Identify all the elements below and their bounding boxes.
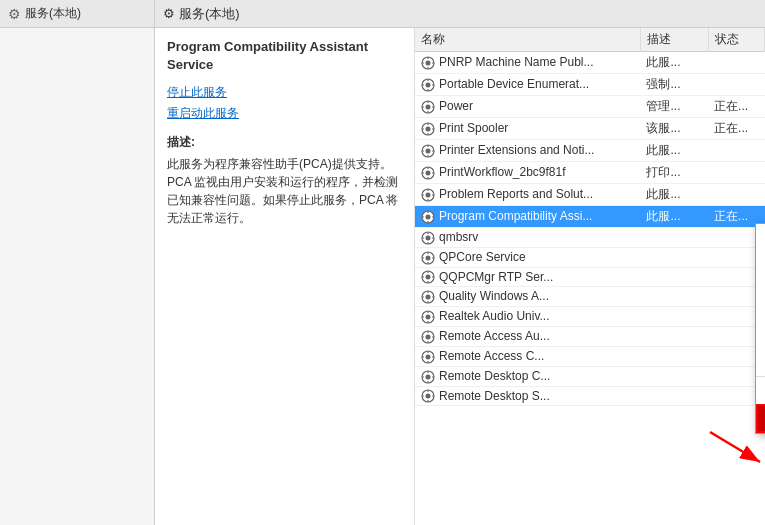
col-header-name[interactable]: 名称 (415, 28, 640, 52)
description-text: 此服务为程序兼容性助手(PCA)提供支持。PCA 监视由用户安装和运行的程序，并… (167, 155, 402, 227)
service-desc-cell (640, 247, 708, 267)
svg-point-61 (426, 275, 431, 280)
service-status-cell: 正在... (708, 96, 764, 118)
service-desc-cell: 此服... (640, 52, 708, 74)
service-row-icon (421, 100, 435, 114)
service-name-cell: Power (415, 96, 640, 118)
service-name-cell: Remote Access Au... (415, 327, 640, 347)
svg-point-31 (426, 170, 431, 175)
table-row[interactable]: QQPCMgr RTP Ser... (415, 267, 765, 287)
context-menu-separator (756, 376, 765, 377)
service-name-cell: qmbsrv (415, 228, 640, 248)
table-row[interactable]: Remote Desktop C... (415, 366, 765, 386)
service-row-icon (421, 166, 435, 180)
stop-service-link[interactable]: 停止此服务 (167, 84, 402, 101)
content-header-icon: ⚙ (163, 6, 175, 21)
service-row-icon (421, 210, 435, 224)
service-status-cell (708, 52, 764, 74)
service-desc-cell (640, 267, 708, 287)
col-header-desc[interactable]: 描述 (640, 28, 708, 52)
svg-point-79 (426, 334, 431, 339)
service-title: Program Compatibility Assistant Service (167, 38, 402, 74)
table-row[interactable]: Quality Windows A... (415, 287, 765, 307)
service-row-icon (421, 231, 435, 245)
service-name-cell: Remote Desktop C... (415, 366, 640, 386)
service-desc-cell: 管理... (640, 96, 708, 118)
service-name-cell: Remote Desktop S... (415, 386, 640, 406)
service-name-cell: Remote Access C... (415, 346, 640, 366)
table-row[interactable]: Remote Desktop S... (415, 386, 765, 406)
services-icon: ⚙ (8, 6, 21, 22)
table-row[interactable]: Power 管理... 正在... (415, 96, 765, 118)
svg-point-1 (426, 60, 431, 65)
table-row[interactable]: QPCore Service (415, 247, 765, 267)
service-name-cell: Printer Extensions and Noti... (415, 140, 640, 162)
table-row[interactable]: Remote Access C... (415, 346, 765, 366)
service-name-cell: Program Compatibility Assi... (415, 206, 640, 228)
service-name-cell: PrintWorkflow_2bc9f81f (415, 162, 640, 184)
service-row-icon (421, 270, 435, 284)
right-panel: 名称 描述 状态 (415, 28, 765, 525)
svg-point-73 (426, 315, 431, 320)
description-label: 描述: (167, 134, 402, 151)
service-status-cell (708, 74, 764, 96)
context-menu-item[interactable]: 暂停(U) (756, 274, 765, 299)
table-row[interactable]: Printer Extensions and Noti... 此服... (415, 140, 765, 162)
service-desc-cell: 此服... (640, 206, 708, 228)
service-desc-cell: 该服... (640, 118, 708, 140)
restart-service-link[interactable]: 重启动此服务 (167, 105, 402, 122)
table-row[interactable]: PrintWorkflow_2bc9f81f 打印... (415, 162, 765, 184)
table-row[interactable]: Program Compatibility Assi... 此服... 正在..… (415, 206, 765, 228)
context-menu-item[interactable]: 重新启动(E) (756, 324, 765, 349)
sidebar-title: 服务(本地) (25, 5, 81, 22)
svg-point-67 (426, 295, 431, 300)
content-body: Program Compatibility Assistant Service … (155, 28, 765, 525)
service-row-icon (421, 370, 435, 384)
context-menu-item[interactable]: 停止(O) (756, 249, 765, 274)
service-row-icon (421, 290, 435, 304)
context-menu-item[interactable]: 恢复(M) (756, 299, 765, 324)
context-menu-item[interactable]: 刷新(F) (756, 379, 765, 404)
service-desc-cell (640, 386, 708, 406)
service-status-cell (708, 140, 764, 162)
service-row-icon (421, 144, 435, 158)
col-header-status[interactable]: 状态 (708, 28, 764, 52)
table-row[interactable]: qmbsrv (415, 228, 765, 248)
context-menu-item[interactable]: 启动(S) (756, 224, 765, 249)
service-desc-cell (640, 307, 708, 327)
service-row-icon (421, 310, 435, 324)
table-row[interactable]: Realtek Audio Univ... (415, 307, 765, 327)
svg-point-97 (426, 394, 431, 399)
service-desc-cell (640, 366, 708, 386)
table-row[interactable]: Problem Reports and Solut... 此服... (415, 184, 765, 206)
svg-point-91 (426, 374, 431, 379)
context-menu-item[interactable]: 属性(R) (756, 404, 765, 433)
service-desc-cell: 此服... (640, 140, 708, 162)
sidebar-header: ⚙ 服务(本地) (0, 0, 154, 28)
service-name-cell: Print Spooler (415, 118, 640, 140)
svg-point-19 (426, 126, 431, 131)
table-row[interactable]: Remote Access Au... (415, 327, 765, 347)
service-desc-cell (640, 327, 708, 347)
service-desc-cell: 打印... (640, 162, 708, 184)
service-row-icon (421, 122, 435, 136)
service-desc-cell (640, 287, 708, 307)
service-row-icon (421, 78, 435, 92)
svg-point-7 (426, 82, 431, 87)
svg-point-55 (426, 255, 431, 260)
context-menu-item[interactable]: 所有任务(K)▶ (756, 349, 765, 374)
service-name-cell: Quality Windows A... (415, 287, 640, 307)
service-name-cell: QQPCMgr RTP Ser... (415, 267, 640, 287)
service-name-cell: Problem Reports and Solut... (415, 184, 640, 206)
svg-point-13 (426, 104, 431, 109)
service-desc-cell: 此服... (640, 184, 708, 206)
table-row[interactable]: PNRP Machine Name Publ... 此服... (415, 52, 765, 74)
table-row[interactable]: Print Spooler 该服... 正在... (415, 118, 765, 140)
table-row[interactable]: Portable Device Enumerat... 强制... (415, 74, 765, 96)
service-desc-cell: 强制... (640, 74, 708, 96)
service-row-icon (421, 389, 435, 403)
service-name-cell: Realtek Audio Univ... (415, 307, 640, 327)
service-row-icon (421, 350, 435, 364)
main-container: ⚙ 服务(本地) ⚙ 服务(本地) Program Compatibility … (0, 0, 765, 525)
svg-point-37 (426, 192, 431, 197)
